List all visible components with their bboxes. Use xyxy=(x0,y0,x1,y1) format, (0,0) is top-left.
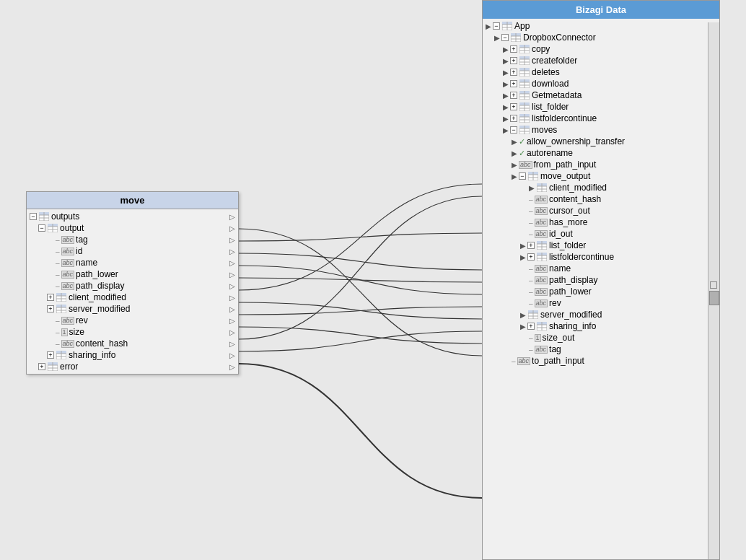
tree-item-name[interactable]: – abc name ▷ xyxy=(27,257,238,268)
expand-list-folder-b[interactable]: + xyxy=(527,242,535,249)
tree-item-output[interactable]: − output ▷ xyxy=(27,222,238,234)
bizagi-item-getmetadata[interactable]: ▶ + Getmetadata xyxy=(483,89,719,101)
expand-app[interactable]: − xyxy=(493,22,500,30)
bizagi-item-client-modified-b[interactable]: ▶ client_modified xyxy=(483,182,719,193)
tree-item-path-lower[interactable]: – abc path_lower ▷ xyxy=(27,268,238,280)
label-from-path-input: from_path_input xyxy=(534,159,597,170)
label-has-more: has_more xyxy=(549,217,587,227)
label-server-modified: server_modified xyxy=(69,304,130,314)
bizagi-item-dropbox[interactable]: ▶ − DropboxConnector xyxy=(483,32,719,43)
bizagi-item-listfoldercontinue[interactable]: ▶ + listfoldercontinue xyxy=(483,113,719,124)
bizagi-item-tag-b[interactable]: – abc tag xyxy=(483,344,719,355)
abc-icon-rev-b: abc xyxy=(535,299,548,307)
bizagi-item-autorename[interactable]: ▶ ✓ autorename xyxy=(483,147,719,159)
bizagi-item-id-out[interactable]: – abc id_out xyxy=(483,228,719,240)
tree-item-size[interactable]: – 1 size ▷ xyxy=(27,326,238,338)
bizagi-item-from-path-input[interactable]: ▶ abc from_path_input xyxy=(483,159,719,170)
expand-copy[interactable]: + xyxy=(510,45,517,53)
label-tag: tag xyxy=(76,235,88,245)
abc-icon-content-hash: abc xyxy=(61,340,75,348)
tree-item-tag[interactable]: – abc tag ▷ xyxy=(27,234,238,245)
table-icon-server-modified-b xyxy=(527,310,539,320)
bizagi-item-name-b[interactable]: – abc name xyxy=(483,263,719,274)
table-icon-client-modified xyxy=(56,292,67,302)
label-dropbox: DropboxConnector xyxy=(523,32,596,43)
label-sharing-info: sharing_info xyxy=(69,350,115,360)
bizagi-item-list-folder-b[interactable]: ▶ + list_folder xyxy=(483,240,719,251)
bizagi-item-content-hash-b[interactable]: – abc content_hash xyxy=(483,193,719,205)
label-path-lower-b: path_lower xyxy=(549,286,592,297)
expand-icon-output[interactable]: − xyxy=(38,224,45,232)
bizagi-item-list-folder[interactable]: ▶ + list_folder xyxy=(483,101,719,113)
tree-item-outputs[interactable]: − outputs ▷ xyxy=(27,211,238,222)
bizagi-item-listfoldercontinue-b[interactable]: ▶ + listfoldercontinue xyxy=(483,251,719,263)
check-icon-allow-ownership: ✓ xyxy=(519,137,525,146)
abc-icon-cursor-out: abc xyxy=(535,207,548,215)
expand-list-folder[interactable]: + xyxy=(510,103,517,110)
bizagi-item-size-out[interactable]: – 1 size_out xyxy=(483,332,719,344)
bizagi-item-path-lower-b[interactable]: – abc path_lower xyxy=(483,286,719,297)
connector-path-display: ▷ xyxy=(229,282,235,290)
bizagi-item-cursor-out[interactable]: – abc cursor_out xyxy=(483,205,719,216)
connector-server-modified: ▷ xyxy=(229,305,235,313)
label-listfoldercontinue-b: listfoldercontinue xyxy=(549,252,614,262)
scroll-thumb[interactable] xyxy=(709,291,719,305)
label-content-hash-b: content_hash xyxy=(549,194,601,204)
expand-sharing-info-b[interactable]: + xyxy=(527,323,535,330)
abc-icon-rev: abc xyxy=(61,317,75,325)
bizagi-item-sharing-info-b[interactable]: ▶ + sharing_info xyxy=(483,320,719,332)
bizagi-item-app[interactable]: ▶ − App xyxy=(483,20,719,32)
bizagi-item-download[interactable]: ▶ + download xyxy=(483,78,719,89)
connector-path-lower: ▷ xyxy=(229,271,235,279)
tree-item-content-hash[interactable]: – abc content_hash ▷ xyxy=(27,338,238,349)
bizagi-item-createfolder[interactable]: ▶ + createfolder xyxy=(483,55,719,66)
bizagi-item-rev-b[interactable]: – abc rev xyxy=(483,297,719,309)
label-size: size xyxy=(69,327,84,337)
bizagi-item-allow-ownership[interactable]: ▶ ✓ allow_ownership_transfer xyxy=(483,136,719,147)
expand-getmetadata[interactable]: + xyxy=(510,92,517,99)
table-icon-error xyxy=(47,362,58,372)
label-getmetadata: Getmetadata xyxy=(532,90,582,100)
expand-icon-client-modified[interactable]: + xyxy=(47,294,54,301)
bizagi-item-move-output[interactable]: ▶ − move_output xyxy=(483,170,719,182)
bizagi-item-path-display-b[interactable]: – abc path_display xyxy=(483,274,719,286)
bizagi-item-copy[interactable]: ▶ + copy xyxy=(483,43,719,55)
tree-item-server-modified[interactable]: + server_modified ▷ xyxy=(27,303,238,315)
expand-moves[interactable]: − xyxy=(510,126,517,134)
tree-item-id[interactable]: – abc id ▷ xyxy=(27,245,238,257)
table-icon-deletes xyxy=(519,67,530,77)
expand-download[interactable]: + xyxy=(510,80,517,87)
expand-icon-outputs[interactable]: − xyxy=(30,213,37,220)
table-icon-outputs xyxy=(38,211,50,222)
expand-listfoldercontinue-b[interactable]: + xyxy=(527,253,535,261)
tree-item-client-modified[interactable]: + client_modified ▷ xyxy=(27,292,238,303)
expand-deletes[interactable]: + xyxy=(510,69,517,76)
tree-item-rev[interactable]: – abc rev ▷ xyxy=(27,315,238,326)
connector-output: ▷ xyxy=(229,224,235,232)
expand-icon-sharing-info[interactable]: + xyxy=(47,351,54,359)
tree-item-sharing-info[interactable]: + sharing_info ▷ xyxy=(27,349,238,361)
connector-tag: ▷ xyxy=(229,236,235,244)
expand-icon-error[interactable]: + xyxy=(38,363,45,370)
expand-move-output[interactable]: − xyxy=(519,172,526,180)
abc-icon-name-b: abc xyxy=(535,265,548,273)
bizagi-item-has-more[interactable]: – abc has_more xyxy=(483,216,719,228)
scroll-indicator[interactable] xyxy=(708,22,719,559)
tree-item-path-display[interactable]: – abc path_display ▷ xyxy=(27,280,238,292)
expand-listfoldercontinue[interactable]: + xyxy=(510,115,517,122)
expand-dropbox[interactable]: − xyxy=(501,34,509,41)
bizagi-item-server-modified-b[interactable]: ▶ server_modified xyxy=(483,309,719,320)
table-icon-sharing-info-b xyxy=(536,321,548,331)
bizagi-item-deletes[interactable]: ▶ + deletes xyxy=(483,66,719,78)
label-download: download xyxy=(532,79,569,89)
bizagi-item-to-path-input[interactable]: – abc to_path_input xyxy=(483,355,719,367)
label-rev-b: rev xyxy=(549,298,561,308)
bizagi-body: ▶ − App ▶ − DropboxConnector ▶ + copy xyxy=(483,19,719,556)
label-id: id xyxy=(76,246,82,256)
abc-icon-id-out: abc xyxy=(535,230,548,238)
move-box: move − outputs ▷ − output ▷ – abc tag ▷ xyxy=(26,191,239,375)
expand-icon-server-modified[interactable]: + xyxy=(47,305,54,312)
bizagi-item-moves[interactable]: ▶ − moves xyxy=(483,124,719,136)
expand-createfolder[interactable]: + xyxy=(510,57,517,64)
tree-item-error[interactable]: + error ▷ xyxy=(27,361,238,372)
